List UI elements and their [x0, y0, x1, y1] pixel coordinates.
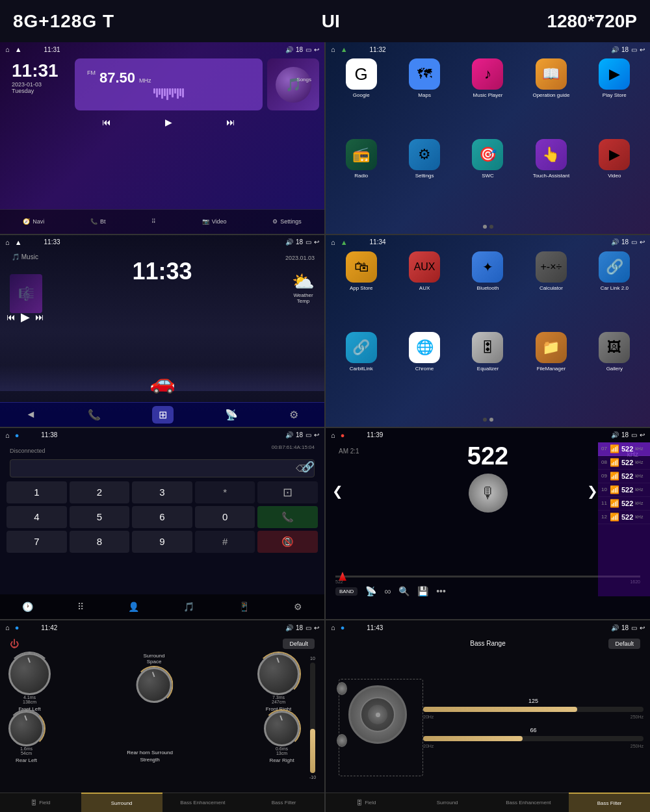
station-12[interactable]: 12 📶 522 kHz [598, 511, 650, 524]
app-chrome[interactable]: 🌐 Chrome [395, 332, 453, 407]
dial-1[interactable]: 1 [6, 481, 67, 503]
am-label: AM 2:1 [339, 448, 359, 455]
tab-field[interactable]: 🎛Field [0, 793, 81, 812]
tab-bass-enhancement[interactable]: Bass Enhancement [162, 793, 244, 812]
home-grid-btn[interactable]: ⠿ [151, 218, 156, 225]
app-video[interactable]: ▶ Video [586, 139, 644, 214]
station-07[interactable]: 07 📶 522 kHz [598, 442, 650, 456]
chrome-icon: 🌐 [409, 332, 440, 363]
tab-bass-filter[interactable]: Bass Filter [243, 793, 324, 812]
nav-phone[interactable]: 📞 [88, 409, 101, 421]
station-09[interactable]: 09 📶 522 kHz [598, 470, 650, 483]
knob-rl[interactable] [8, 711, 44, 746]
eq-track-2[interactable] [423, 736, 644, 741]
weather-icon: ⛅ [292, 271, 315, 292]
link-btn[interactable]: 🔗 [302, 461, 315, 473]
app-swc[interactable]: 🎯 SWC [459, 139, 517, 214]
play-btn-2[interactable]: ▶ [21, 310, 30, 324]
phone-sms[interactable]: 📱 [239, 602, 250, 612]
app-carlink[interactable]: 🔗 Car Link 2.0 [586, 251, 644, 327]
band-btn[interactable]: BAND [335, 587, 358, 596]
dial-0[interactable]: 0 [195, 506, 255, 528]
phone-dialpad-btn[interactable]: ⠿ [77, 602, 84, 612]
video-btn[interactable]: 📷Video [202, 218, 227, 225]
play-btn[interactable]: ▶ [165, 117, 172, 127]
surround-strength-slider[interactable]: 10 -10 [306, 656, 319, 780]
dial-7[interactable]: 7 [6, 531, 67, 553]
dsp-default-btn[interactable]: Default [283, 639, 315, 649]
knob-ss[interactable] [136, 667, 172, 703]
app-bluetooth[interactable]: ✦ Bluetooth [459, 251, 517, 327]
dsp-power-btn[interactable]: ⏻ [10, 639, 19, 649]
speaker-dashed-border [339, 679, 423, 776]
dial-hangup[interactable]: 📵 [257, 531, 318, 553]
dial-hash[interactable]: # [195, 531, 255, 553]
zoom-icon: 🔍 [398, 586, 410, 596]
tab-bass-filter-2[interactable]: Bass Filter [569, 793, 650, 812]
status-time-1: 11:31 [44, 46, 60, 53]
app-guide[interactable]: 📖 Operation guide [522, 58, 580, 134]
bass-default-btn[interactable]: Default [608, 639, 640, 649]
app-music[interactable]: ♪ Music Player [459, 58, 517, 134]
dial-5[interactable]: 5 [70, 506, 130, 528]
app-gallery[interactable]: 🖼 Gallery [586, 332, 644, 407]
app-google[interactable]: G Google [332, 58, 390, 134]
slider-track[interactable] [310, 663, 315, 773]
dial-extra1[interactable]: ⊡ [257, 481, 318, 503]
phone-recent[interactable]: 🕐 [22, 602, 33, 612]
app-radio[interactable]: 📻 Radio [332, 139, 390, 214]
phone-contacts[interactable]: 👤 [128, 602, 139, 612]
nav-settings-2[interactable]: ⚙ [289, 409, 298, 421]
prev-btn-2[interactable]: ⏮ [6, 312, 16, 322]
dial-2[interactable]: 2 [70, 481, 130, 503]
app-equalizer[interactable]: 🎛 Equalizer [459, 332, 517, 407]
eq-track-1[interactable] [423, 707, 644, 712]
app-settings[interactable]: ⚙ Settings [395, 139, 453, 214]
freq-next[interactable]: ❯ [587, 483, 598, 499]
bt-btn[interactable]: 📞Bt [90, 218, 106, 225]
app-maps[interactable]: 🗺 Maps [395, 58, 453, 134]
dial-input[interactable]: ⌫ [10, 459, 315, 477]
app-playstore[interactable]: ▶ Play Store [586, 58, 644, 134]
station-antenna-07: 📶 [610, 444, 619, 453]
app-touch[interactable]: 👆 Touch-Assistant [522, 139, 580, 214]
dial-6[interactable]: 6 [132, 506, 192, 528]
tab-surround[interactable]: Surround [81, 793, 162, 812]
settings-btn[interactable]: ⚙Settings [272, 218, 302, 225]
radio-icon: 📻 [346, 139, 377, 170]
status-time-2: 11:32 [370, 46, 386, 53]
dial-3[interactable]: 3 [132, 481, 192, 503]
phone-music[interactable]: 🎵 [183, 602, 194, 612]
station-11[interactable]: 11 📶 522 kHz [598, 497, 650, 511]
knob-rr[interactable] [264, 711, 300, 746]
app-aux[interactable]: AUX AUX [395, 251, 453, 327]
app-calculator[interactable]: +-×÷ Calculator [522, 251, 580, 327]
phone-settings[interactable]: ⚙ [294, 602, 302, 612]
knob-fl[interactable] [8, 653, 51, 695]
app-appstore[interactable]: 🛍 App Store [332, 251, 390, 327]
app-filemanager[interactable]: 📁 FileManager [522, 332, 580, 407]
next-btn-2[interactable]: ⏭ [35, 312, 44, 322]
tab-surround-2[interactable]: Surround [407, 793, 488, 812]
dial-call[interactable]: 📞 [257, 506, 318, 528]
dial-4[interactable]: 4 [6, 506, 67, 528]
nav-radio[interactable]: 📡 [225, 409, 238, 421]
more-icon[interactable]: ••• [436, 586, 446, 596]
prev-btn[interactable]: ⏮ [102, 117, 111, 127]
freq-prev[interactable]: ❮ [332, 483, 343, 499]
app-carbitlink[interactable]: 🔗 CarbitLink [332, 332, 390, 407]
tab-bass-enhancement-2[interactable]: Bass Enhancement [488, 793, 569, 812]
nav-arrow[interactable]: ◄ [26, 409, 36, 420]
nav-grid-active[interactable]: ⊞ [152, 406, 174, 424]
next-btn[interactable]: ⏭ [226, 117, 235, 127]
knob-fr[interactable] [257, 653, 300, 695]
navi-btn[interactable]: 🧭Navi [23, 218, 44, 225]
station-antenna-09: 📶 [610, 472, 619, 481]
dial-8[interactable]: 8 [70, 531, 130, 553]
dial-star[interactable]: * [195, 481, 255, 503]
tab-field-2[interactable]: 🎛Field [326, 793, 407, 812]
station-10[interactable]: 10 📶 522 kHz [598, 483, 650, 497]
dial-9[interactable]: 9 [132, 531, 192, 553]
station-08[interactable]: 08 📶 522 kHz [598, 456, 650, 470]
radio-widget[interactable]: FM 87.50 MHz [75, 58, 263, 110]
